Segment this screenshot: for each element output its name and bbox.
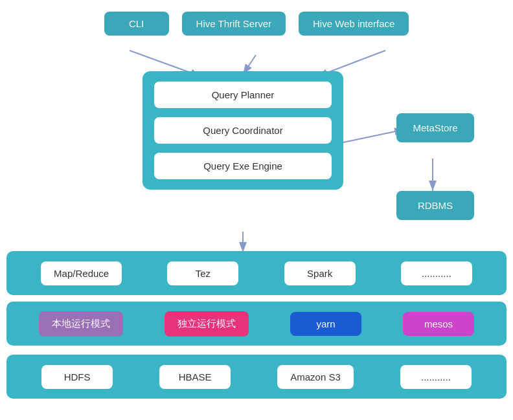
resource-row: 本地运行模式 独立运行模式 yarn mesos bbox=[6, 302, 507, 346]
cli-label: CLI bbox=[129, 18, 144, 29]
yarn-label: yarn bbox=[316, 318, 335, 329]
standalone-mode-item: 独立运行模式 bbox=[165, 311, 249, 337]
standalone-mode-label: 独立运行模式 bbox=[177, 318, 236, 329]
query-coordinator-label: Query Coordinator bbox=[203, 125, 282, 136]
dots2-item: ........... bbox=[400, 365, 472, 389]
query-planner-label: Query Planner bbox=[212, 89, 275, 100]
local-mode-item: 本地运行模式 bbox=[39, 311, 123, 337]
dots1-item: ........... bbox=[401, 261, 472, 285]
hive-thrift-label: Hive Thrift Server bbox=[196, 18, 271, 29]
local-mode-label: 本地运行模式 bbox=[52, 318, 110, 329]
rdbms-label: RDBMS bbox=[418, 200, 453, 211]
map-reduce-label: Map/Reduce bbox=[54, 268, 109, 279]
metastore-box: MetaStore bbox=[396, 113, 474, 142]
yarn-item: yarn bbox=[290, 312, 361, 336]
diagram: CLI Hive Thrift Server Hive Web interfac… bbox=[0, 0, 513, 420]
query-exe-engine-box: Query Exe Engine bbox=[154, 153, 332, 179]
query-planner-box: Query Planner bbox=[154, 82, 332, 108]
spark-item: Spark bbox=[284, 261, 356, 285]
amazon-s3-item: Amazon S3 bbox=[277, 365, 354, 389]
spark-label: Spark bbox=[307, 268, 332, 279]
hive-thrift-box: Hive Thrift Server bbox=[182, 12, 286, 36]
hbase-label: HBASE bbox=[179, 371, 212, 382]
svg-line-5 bbox=[343, 129, 405, 142]
map-reduce-item: Map/Reduce bbox=[41, 261, 122, 285]
tez-item: Tez bbox=[167, 261, 238, 285]
hbase-item: HBASE bbox=[159, 365, 231, 389]
metastore-label: MetaStore bbox=[413, 122, 457, 133]
dots1-label: ........... bbox=[422, 268, 451, 279]
hdfs-item: HDFS bbox=[41, 365, 113, 389]
rdbms-box: RDBMS bbox=[396, 191, 474, 220]
dots2-label: ........... bbox=[421, 371, 451, 382]
cli-box: CLI bbox=[104, 12, 169, 36]
amazon-s3-label: Amazon S3 bbox=[290, 371, 341, 382]
tez-label: Tez bbox=[196, 268, 211, 279]
query-coordinator-box: Query Coordinator bbox=[154, 117, 332, 144]
hive-web-box: Hive Web interface bbox=[299, 12, 409, 36]
mesos-item: mesos bbox=[403, 312, 474, 336]
hive-web-label: Hive Web interface bbox=[313, 18, 394, 29]
execution-row: Map/Reduce Tez Spark ........... bbox=[6, 251, 507, 295]
top-boxes-container: CLI Hive Thrift Server Hive Web interfac… bbox=[32, 12, 481, 36]
storage-row: HDFS HBASE Amazon S3 ........... bbox=[6, 355, 507, 399]
query-exe-engine-label: Query Exe Engine bbox=[203, 160, 282, 171]
hdfs-label: HDFS bbox=[64, 371, 91, 382]
mesos-label: mesos bbox=[424, 318, 453, 329]
driver-block: Query Planner Query Coordinator Query Ex… bbox=[142, 71, 343, 190]
